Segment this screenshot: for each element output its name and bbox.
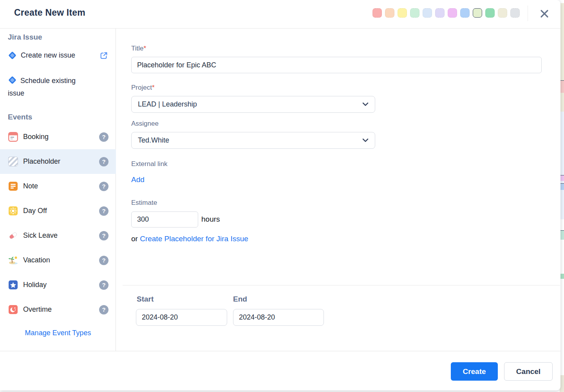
title-label: Title* <box>131 45 146 52</box>
modal-header: Create New Item <box>0 0 560 29</box>
pill-icon <box>8 231 18 241</box>
sun-icon <box>8 206 18 216</box>
help-icon[interactable]: ? <box>99 132 108 142</box>
star-icon <box>8 280 18 290</box>
island-icon <box>8 255 18 266</box>
estimate-input[interactable] <box>131 211 198 228</box>
sidebar-item-booking[interactable]: Booking ? <box>0 125 116 149</box>
start-date-input[interactable] <box>136 309 227 326</box>
modal-footer: Create Cancel <box>0 351 560 390</box>
alt-action-line: or Create Placeholder for Jira Issue <box>131 235 248 243</box>
note-icon <box>8 181 18 191</box>
sidebar-item-overtime[interactable]: Overtime ? <box>0 297 116 322</box>
external-link-icon[interactable] <box>99 51 108 60</box>
help-icon[interactable]: ? <box>99 231 108 240</box>
placeholder-icon <box>8 157 18 167</box>
sidebar-heading-jira: Jira Issue <box>8 33 42 42</box>
help-icon[interactable]: ? <box>99 305 108 314</box>
color-swatch[interactable] <box>372 8 382 18</box>
jira-icon <box>8 51 17 60</box>
help-icon[interactable]: ? <box>99 182 108 191</box>
required-asterisk: * <box>144 45 146 52</box>
sidebar-item-note[interactable]: Note ? <box>0 174 116 199</box>
cancel-button[interactable]: Cancel <box>504 362 553 381</box>
jira-icon <box>8 76 17 85</box>
sidebar-item-schedule-existing-issue[interactable]: Schedule existing issue <box>8 74 91 99</box>
sidebar-item-day-off[interactable]: Day Off ? <box>0 199 116 223</box>
color-swatch[interactable] <box>385 8 394 18</box>
color-swatch[interactable] <box>398 8 407 18</box>
sidebar-item-vacation[interactable]: Vacation ? <box>0 248 116 273</box>
help-icon[interactable]: ? <box>99 280 108 290</box>
sidebar: Jira Issue Create new issue Schedule exi… <box>0 29 116 351</box>
color-swatch[interactable] <box>423 8 432 18</box>
project-select-value: LEAD | Leadership <box>138 100 197 108</box>
start-label: Start <box>137 295 154 303</box>
sidebar-item-label: Sick Leave <box>23 231 58 240</box>
sidebar-item-label: Booking <box>23 133 49 141</box>
project-label: Project* <box>131 84 155 92</box>
sidebar-item-label: Schedule existing issue <box>8 77 76 97</box>
sidebar-item-label: Holiday <box>23 281 47 289</box>
sidebar-item-create-new-issue[interactable]: Create new issue <box>8 51 108 60</box>
sidebar-item-label: Note <box>23 182 38 190</box>
color-palette <box>372 8 520 18</box>
sidebar-item-sick-leave[interactable]: Sick Leave ? <box>0 223 116 248</box>
section-divider <box>123 285 560 285</box>
create-new-item-modal: Create New Item Jira Issue Create new is… <box>0 0 560 390</box>
title-input[interactable] <box>131 57 542 73</box>
assignee-select[interactable]: Ted.White <box>131 132 375 149</box>
assignee-label: Assignee <box>131 120 159 128</box>
end-label: End <box>233 295 247 303</box>
color-swatch[interactable] <box>410 8 419 18</box>
sidebar-item-label: Overtime <box>23 305 52 314</box>
external-link-label: External link <box>131 160 168 168</box>
close-icon <box>539 8 550 19</box>
sidebar-item-label: Create new issue <box>21 51 75 60</box>
help-icon[interactable]: ? <box>99 256 108 265</box>
sidebar-item-holiday[interactable]: Holiday ? <box>0 273 116 297</box>
close-button[interactable] <box>537 7 551 21</box>
color-swatch[interactable] <box>460 8 470 18</box>
or-text: or <box>131 235 138 243</box>
help-icon[interactable]: ? <box>99 157 108 166</box>
sidebar-item-label: Placeholder <box>23 157 60 166</box>
chevron-down-icon <box>362 102 369 107</box>
screen: Create New Item Jira Issue Create new is… <box>0 0 564 392</box>
create-button[interactable]: Create <box>451 362 498 381</box>
color-swatch[interactable] <box>498 8 507 18</box>
create-placeholder-for-jira-issue-link[interactable]: Create Placeholder for Jira Issue <box>140 235 248 243</box>
assignee-select-value: Ted.White <box>138 136 169 145</box>
color-swatch[interactable] <box>435 8 445 18</box>
manage-event-types-link[interactable]: Manage Event Types <box>0 329 116 337</box>
sidebar-item-label: Vacation <box>23 256 50 264</box>
color-swatch[interactable] <box>473 8 482 18</box>
crescent-clock-icon <box>8 305 18 315</box>
page-title: Create New Item <box>14 7 85 18</box>
chevron-down-icon <box>362 138 369 143</box>
sidebar-heading-events: Events <box>8 113 32 121</box>
end-date-input[interactable] <box>233 309 324 326</box>
color-swatch[interactable] <box>510 8 520 18</box>
estimate-label: Estimate <box>131 199 157 207</box>
booking-icon <box>8 132 18 142</box>
color-swatch[interactable] <box>448 8 457 18</box>
estimate-unit-label: hours <box>201 215 220 224</box>
sidebar-item-label: Day Off <box>23 207 47 215</box>
help-icon[interactable]: ? <box>99 206 108 216</box>
add-external-link-button[interactable]: Add <box>131 175 145 184</box>
sidebar-item-placeholder[interactable]: Placeholder ? <box>0 149 116 174</box>
required-asterisk: * <box>152 84 155 91</box>
color-swatch[interactable] <box>485 8 495 18</box>
header-divider <box>528 5 528 21</box>
project-select[interactable]: LEAD | Leadership <box>131 96 375 113</box>
form-area: Title* Project* LEAD | Leadership Assign… <box>116 29 560 351</box>
